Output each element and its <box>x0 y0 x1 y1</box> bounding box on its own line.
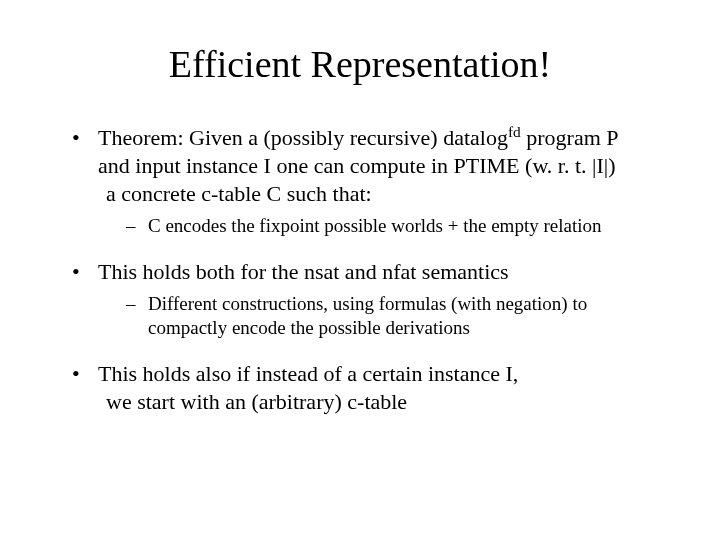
sub-item-2-1: Different constructions, using formulas … <box>126 292 660 340</box>
sub-item-1-1: C encodes the fixpoint possible worlds +… <box>126 214 660 238</box>
bullet-3-line1: This holds also if instead of a certain … <box>98 361 518 386</box>
slide-title: Efficient Representation! <box>0 42 720 86</box>
bullet-list: Theorem: Given a (possibly recursive) da… <box>72 124 660 416</box>
slide-body: Theorem: Given a (possibly recursive) da… <box>0 124 720 416</box>
sub-list-1: C encodes the fixpoint possible worlds +… <box>126 214 660 238</box>
bullet-1-line3: a concrete c-table C such that: <box>98 180 660 208</box>
bullet-item-1: Theorem: Given a (possibly recursive) da… <box>72 124 660 238</box>
bullet-1-line2: and input instance I one can compute in … <box>98 152 660 180</box>
bullet-3-line2: we start with an (arbitrary) c-table <box>98 388 660 416</box>
slide: Efficient Representation! Theorem: Given… <box>0 42 720 540</box>
bullet-item-2: This holds both for the nsat and nfat se… <box>72 258 660 340</box>
bullet-2-line1: This holds both for the nsat and nfat se… <box>98 259 509 284</box>
bullet-1-line1a: Theorem: Given a (possibly recursive) da… <box>98 125 508 150</box>
sub-list-2: Different constructions, using formulas … <box>126 292 660 340</box>
bullet-1-line1b: program P <box>521 125 619 150</box>
bullet-item-3: This holds also if instead of a certain … <box>72 360 660 416</box>
bullet-1-superscript: fd <box>508 123 521 140</box>
